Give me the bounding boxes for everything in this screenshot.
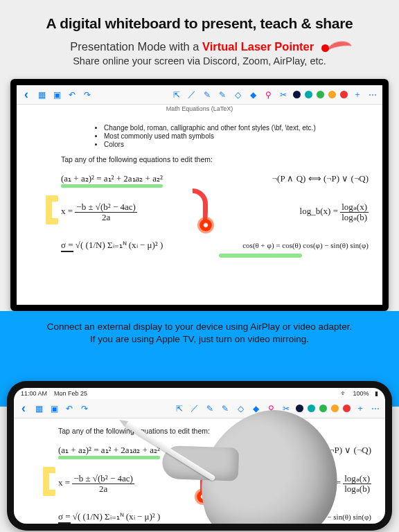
document-body: Change bold, roman, calligraphic and oth… [17,105,382,305]
back-button[interactable]: ‹ [18,401,29,416]
redo-button[interactable]: ↷ [79,404,90,414]
color-swatch-teal[interactable] [305,91,312,98]
equation-binomial[interactable]: (a₁ + a₂)² = a₁² + 2a₁a₂ + a₂² [58,445,160,456]
equation-binomial[interactable]: (a₁ + a₂)² = a₁² + 2a₁a₂ + a₂² [61,173,163,184]
more-button[interactable]: ⋯ [370,404,381,414]
add-button[interactable]: ＋ [352,89,363,100]
app-toolbar: ‹ ▦ ▣ ↶ ↷ ⇱ ／ ✎ ✎ ◇ ◆ ⚲ ✂ ＋ ⋯ [17,85,382,105]
eraser-tool-icon[interactable]: ◇ [235,404,246,414]
green-underline-annotation [219,254,302,258]
pen-tool-icon[interactable]: ／ [186,89,197,100]
external-display-frame: ‹ ▦ ▣ ↶ ↷ ⇱ ／ ✎ ✎ ◇ ◆ ⚲ ✂ ＋ ⋯ Math Equat… [10,79,389,311]
select-tool-icon[interactable]: ⇱ [174,404,185,414]
marker-tool-icon[interactable]: ✎ [220,404,231,414]
virtual-laser-pointer-label: Virtual Laser Pointer [202,40,314,53]
ipad-screen: 11:00 AM Mon Feb 25 ᯤ 100% ▮ ‹ ▦ ▣ ↶ ↷ ⇱… [14,388,385,524]
equation-stddev[interactable]: σ = √( (1/N) Σᵢ₌₁ᴺ (xᵢ − μ)² ) [58,511,160,522]
equation-cos-sum-partial[interactable]: − sin(θ) sin(φ) [327,513,371,521]
list-item: Most commonly used math symbols [104,132,369,140]
app-toolbar-ipad: ‹ ▦ ▣ ↶ ↷ ⇱ ／ ✎ ✎ ◇ ◆ ⚲ ✂ ＋ ⋯ [14,399,385,418]
color-swatch-green[interactable] [319,405,327,412]
pencil-tool-icon[interactable]: ✎ [204,404,215,414]
pen-tool-icon[interactable]: ／ [189,402,200,414]
yellow-bracket-annotation [43,467,55,496]
color-swatch-orange[interactable] [328,91,336,98]
external-display-screen: ‹ ▦ ▣ ↶ ↷ ⇱ ／ ✎ ✎ ◇ ◆ ⚲ ✂ ＋ ⋯ Math Equat… [17,85,382,305]
status-bar: 11:00 AM Mon Feb 25 ᯤ 100% ▮ [14,388,385,399]
more-button[interactable]: ⋯ [367,90,378,100]
select-tool-icon[interactable]: ⇱ [171,90,182,100]
banner-line2: If you are using Apple TV, just turn on … [8,333,391,346]
marker-tool-icon[interactable]: ✎ [217,90,228,100]
color-swatch-navy[interactable] [293,91,301,98]
status-date: Mon Feb 25 [54,390,87,397]
color-swatch-red[interactable] [343,405,351,412]
undo-button[interactable]: ↶ [66,90,78,100]
hero-title: A digital whiteboard to present, teach &… [8,15,391,32]
panel-icon[interactable]: ▣ [51,90,62,100]
list-item: Change bold, roman, calligraphic and oth… [104,124,369,132]
instruction-text: Tap any of the following equations to ed… [58,427,371,435]
hero-share-line: Share online your screen via Discord, Zo… [8,55,391,66]
instruction-text: Tap any of the following equations to ed… [61,155,369,163]
status-battery: 100% [353,390,369,397]
shape-eraser-tool-icon[interactable]: ◆ [247,90,258,100]
yellow-bracket-annotation [46,195,58,224]
ipad-frame: 11:00 AM Mon Feb 25 ᯤ 100% ▮ ‹ ▦ ▣ ↶ ↷ ⇱… [7,381,392,531]
laser-dot-icon [321,44,329,52]
color-swatch-navy[interactable] [296,405,303,412]
undo-button[interactable]: ↶ [64,404,75,414]
equation-log-base-change[interactable]: log_b(x) = logₐ(x) logₐ(b) [300,202,369,222]
back-button[interactable]: ‹ [21,87,32,102]
banner-line1: Connect an external display to your devi… [8,321,391,333]
equation-demorgan[interactable]: ¬(P ∧ Q) ⟺ (¬P) ∨ (¬Q) [272,173,369,184]
equation-quadratic[interactable]: x = −b ± √(b² − 4ac) 2a [61,202,137,222]
battery-icon: ▮ [375,390,378,397]
hero: A digital whiteboard to present, teach &… [0,0,399,73]
add-button[interactable]: ＋ [355,402,366,414]
color-swatch-red[interactable] [340,91,348,98]
panel-icon[interactable]: ▣ [48,404,60,414]
eyedropper-tool-icon[interactable]: ⚲ [263,90,274,100]
redo-button[interactable]: ↷ [82,90,93,100]
scissors-tool-icon[interactable]: ✂ [278,90,289,100]
pencil-tool-icon[interactable]: ✎ [202,90,213,100]
eraser-tool-icon[interactable]: ◇ [232,90,243,100]
feature-list: Change bold, roman, calligraphic and oth… [104,124,369,148]
color-swatch-green[interactable] [317,91,324,98]
color-swatch-teal[interactable] [308,405,315,412]
layout-grid-icon[interactable]: ▦ [33,404,44,414]
color-swatch-orange[interactable] [331,405,339,412]
equation-stddev[interactable]: σ = √( (1/N) Σᵢ₌₁ᴺ (xᵢ − μ)² ) [61,240,163,251]
layout-grid-icon[interactable]: ▦ [36,90,47,100]
wifi-icon: ᯤ [341,390,347,397]
laser-pointer [200,219,212,231]
hero-subtitle: Presentation Mode with a Virtual Laser P… [8,40,391,53]
equation-cos-sum[interactable]: cos(θ + φ) = cos(θ) cos(φ) − sin(θ) sin(… [242,241,369,249]
status-time: 11:00 AM [21,390,47,397]
equation-quadratic[interactable]: x = −b ± √(b² − 4ac) 2a [58,474,134,493]
list-item: Colors [104,141,369,148]
